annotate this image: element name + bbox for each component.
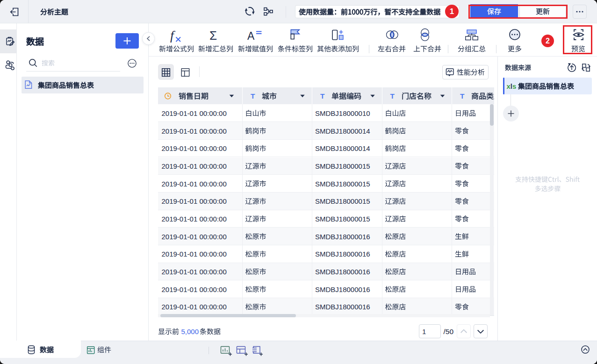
svg-text:T: T xyxy=(460,92,465,100)
svg-text:2019-01-01 00:00:00: 2019-01-01 00:00:00 xyxy=(162,303,227,311)
svg-text:2019-01-01 00:00:00: 2019-01-01 00:00:00 xyxy=(162,233,227,241)
svg-text:SMDBJ18000016: SMDBJ18000016 xyxy=(315,250,370,258)
svg-text:/50: /50 xyxy=(444,328,454,335)
svg-text:SMDBJ18000016: SMDBJ18000016 xyxy=(315,285,370,293)
svg-text:2019-01-01 00:00:00: 2019-01-01 00:00:00 xyxy=(162,144,227,152)
svg-text:2019-01-01 00:00:00: 2019-01-01 00:00:00 xyxy=(162,109,227,117)
svg-text:SMDBJ18000016: SMDBJ18000016 xyxy=(315,233,370,241)
svg-text:2019-01-01 00:00:00: 2019-01-01 00:00:00 xyxy=(162,215,227,223)
svg-text:SMDBJ18000015: SMDBJ18000015 xyxy=(315,197,370,205)
svg-text:SMDBJ18000015: SMDBJ18000015 xyxy=(315,162,370,170)
svg-text:T: T xyxy=(390,92,395,100)
svg-text:2019-01-01 00:00:00: 2019-01-01 00:00:00 xyxy=(162,197,227,205)
svg-text:T: T xyxy=(320,92,325,100)
svg-text:SMDBJ18000015: SMDBJ18000015 xyxy=(315,215,370,223)
svg-text:2019-01-01 00:00:00: 2019-01-01 00:00:00 xyxy=(162,250,227,258)
svg-text:5,000: 5,000 xyxy=(181,328,199,335)
svg-text:SMDBJ18000016: SMDBJ18000016 xyxy=(315,268,370,276)
svg-text:SMDBJ18000010: SMDBJ18000010 xyxy=(315,109,370,117)
svg-text:f: f xyxy=(170,28,175,43)
svg-text:2019-01-01 00:00:00: 2019-01-01 00:00:00 xyxy=(162,285,227,293)
svg-text:SMDBJ18000014: SMDBJ18000014 xyxy=(315,144,370,152)
svg-text:2019-01-01 00:00:00: 2019-01-01 00:00:00 xyxy=(162,127,227,135)
svg-text:xls: xls xyxy=(507,82,517,90)
svg-text:T: T xyxy=(251,92,255,100)
svg-text:2019-01-01 00:00:00: 2019-01-01 00:00:00 xyxy=(162,268,227,276)
svg-text:2019-01-01 00:00:00: 2019-01-01 00:00:00 xyxy=(162,180,227,188)
svg-text:SMDBJ18000015: SMDBJ18000015 xyxy=(315,180,370,188)
svg-text:SMDBJ18000014: SMDBJ18000014 xyxy=(315,127,370,135)
svg-text:A: A xyxy=(247,30,255,42)
svg-text:Σ: Σ xyxy=(209,29,217,43)
svg-text:2019-01-01 00:00:00: 2019-01-01 00:00:00 xyxy=(162,162,227,170)
svg-text:1: 1 xyxy=(422,328,426,335)
svg-text:SMDBJ18000016: SMDBJ18000016 xyxy=(315,303,370,311)
